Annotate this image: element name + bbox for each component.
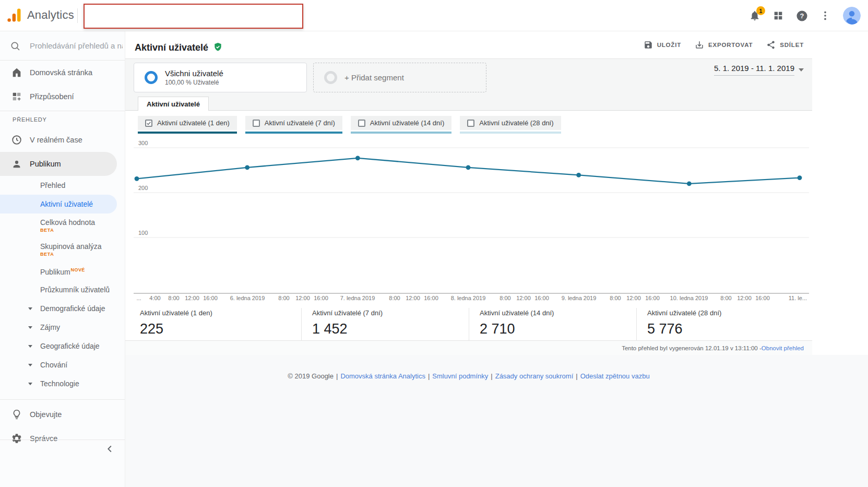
sidebar-item-audience[interactable]: Publikum <box>0 152 117 176</box>
sidebar-subitem-publikum[interactable]: PublikumNOVÉ <box>0 262 125 280</box>
sidebar-subitem-technologie[interactable]: Technologie <box>0 374 125 393</box>
refresh-report-link[interactable]: Obnovit přehled <box>762 345 804 351</box>
sidebar-subitem-aktivni-uzivatele[interactable]: Aktivní uživatelé <box>0 195 117 213</box>
data-point[interactable] <box>355 156 360 160</box>
account-selector-redacted[interactable] <box>84 4 303 29</box>
expand-arrow-icon <box>28 307 32 310</box>
chevron-down-icon <box>799 68 804 72</box>
checkbox-checked[interactable] <box>145 120 152 127</box>
export-button[interactable]: EXPORTOVAT <box>695 40 753 50</box>
analytics-logo[interactable]: Analytics <box>6 7 74 23</box>
expand-arrow-icon <box>28 326 32 329</box>
sidebar-collapse-button[interactable] <box>104 443 118 457</box>
add-segment-label: + Přidat segment <box>344 73 404 82</box>
metric-card-value: 2 710 <box>480 321 636 337</box>
gear-icon <box>11 433 22 444</box>
sidebar-subitem-label: Demografické údaje <box>40 304 112 313</box>
new-badge: NOVÉ <box>71 267 85 272</box>
person-icon <box>11 158 22 170</box>
avatar[interactable] <box>843 7 861 25</box>
footer-link-zasady-ochrany-soukromi[interactable]: Zásady ochrany soukromí <box>495 372 574 380</box>
sidebar-item-discover[interactable]: Objevujte <box>0 402 125 426</box>
sidebar-subitem-label: Chování <box>40 361 112 369</box>
beta-badge: BETA <box>40 228 117 233</box>
sidebar-subitem-label: Průzkumník uživatelů <box>40 286 112 294</box>
chart-area: 300200100...4:008:0012:0016:006. ledna 2… <box>134 139 809 302</box>
footer-link-odeslat-zpetnou-vazbu[interactable]: Odeslat zpětnou vazbu <box>580 372 650 380</box>
sidebar-subitem-prehled[interactable]: Přehled <box>0 176 125 195</box>
footer-link-smluvni-podminky[interactable]: Smluvní podmínky <box>432 372 488 380</box>
x-axis-tick: 16:00 <box>314 295 328 301</box>
sidebar-subitem-zajmy[interactable]: Zájmy <box>0 318 125 337</box>
sidebar-item-label: Správce <box>30 434 57 443</box>
footer-separator: | <box>428 372 430 380</box>
sidebar-item-label: Domovská stránka <box>30 68 92 77</box>
segment-donut-icon <box>145 71 158 84</box>
sidebar-subitem-skupinova-analyza[interactable]: Skupinová analýzaBETA <box>0 237 125 262</box>
notifications-button[interactable]: 1 <box>749 10 760 21</box>
sidebar-subitem-geograficke-udaje[interactable]: Geografické údaje <box>0 337 125 355</box>
x-axis-tick: 11. le... <box>789 295 807 301</box>
notification-count-badge: 1 <box>756 6 765 15</box>
tab-active-users[interactable]: Aktivní uživatelé <box>138 97 209 111</box>
footer-link-domovska-stranka-analytics[interactable]: Domovská stránka Analytics <box>340 372 425 380</box>
footer-separator: | <box>576 372 577 380</box>
save-button[interactable]: ULOŽIT <box>644 40 681 50</box>
x-axis-tick: 7. ledna 2019 <box>340 295 375 301</box>
x-axis-tick: 9. ledna 2019 <box>562 295 597 301</box>
x-axis-tick: 8:00 <box>278 295 289 301</box>
generated-note: Tento přehled byl vygenerován 12.01.19 v… <box>125 340 812 355</box>
sidebar-item-realtime[interactable]: V reálném čase <box>0 128 125 152</box>
data-point[interactable] <box>245 165 249 170</box>
sidebar-subitem-label: Geografické údaje <box>40 342 112 350</box>
data-point[interactable] <box>687 181 692 186</box>
footer-separator: | <box>336 372 338 380</box>
data-point[interactable] <box>135 176 139 181</box>
y-axis-tick: 300 <box>138 140 148 146</box>
x-axis-tick: 12:00 <box>185 295 199 301</box>
copyright-text: © 2019 Google <box>288 372 334 380</box>
metric-toggle-pill: Aktivní uživatelé (1 den) <box>138 116 237 130</box>
search-input[interactable] <box>30 39 123 52</box>
metric-toggle-pill: Aktivní uživatelé (7 dní) <box>245 116 342 130</box>
metric-color-underline <box>138 132 237 134</box>
segment-all-users[interactable]: Všichni uživatelé 100,00 % Uživatelé <box>134 63 307 92</box>
checkbox-unchecked[interactable] <box>253 120 260 127</box>
customization-icon <box>11 91 22 102</box>
segment-title: Všichni uživatelé <box>165 69 223 78</box>
data-point[interactable] <box>466 165 471 170</box>
x-axis-tick: ... <box>136 295 141 301</box>
sidebar-subitem-celkova-hodnota[interactable]: Celková hodnotaBETA <box>0 213 125 237</box>
metric-toggle-aktivni-uzivatele-1-den[interactable]: Aktivní uživatelé (1 den) <box>138 116 237 134</box>
share-button[interactable]: SDÍLET <box>766 40 804 50</box>
sidebar-item-label: V reálném čase <box>30 136 82 144</box>
sidebar-subitem-pruzkumnik-uzivatelu[interactable]: Průzkumník uživatelů <box>0 280 125 299</box>
add-segment-button[interactable]: + Přidat segment <box>313 63 486 92</box>
x-axis-tick: 12:00 <box>295 295 310 301</box>
sidebar-nav-reports: V reálném časePublikum <box>0 128 125 176</box>
checkbox-unchecked[interactable] <box>467 120 474 127</box>
data-point[interactable] <box>576 173 581 177</box>
report-actions: ULOŽITEXPORTOVATSDÍLET <box>644 31 804 58</box>
metric-toggle-aktivni-uzivatele-14-dni[interactable]: Aktivní uživatelé (14 dní) <box>351 116 451 134</box>
metric-toggle-aktivni-uzivatele-7-dni[interactable]: Aktivní uživatelé (7 dní) <box>245 116 342 134</box>
date-range-picker[interactable]: 5. 1. 2019 - 11. 1. 2019 <box>714 64 804 76</box>
apps-grid-button[interactable] <box>772 10 784 21</box>
sidebar-item-customization[interactable]: Přizpůsobení <box>0 85 125 109</box>
help-button[interactable]: ? <box>796 10 807 21</box>
data-point[interactable] <box>798 175 802 180</box>
apps-grid-icon <box>772 10 784 21</box>
more-menu-button[interactable] <box>819 10 831 21</box>
sidebar-item-home[interactable]: Domovská stránka <box>0 61 125 85</box>
metric-toggle-aktivni-uzivatele-28-dni[interactable]: Aktivní uživatelé (28 dní) <box>460 116 561 134</box>
main-content: Aktivní uživatelé ULOŽITEXPORTOVATSDÍLET… <box>125 31 868 487</box>
metric-card-value: 5 776 <box>647 321 804 337</box>
metric-toggle-label: Aktivní uživatelé (1 den) <box>157 119 230 127</box>
metric-color-underline <box>351 132 451 134</box>
sidebar-subitem-chovani[interactable]: Chování <box>0 355 125 374</box>
x-axis-tick: 16:00 <box>755 295 770 301</box>
sidebar-subitem-demograficke-udaje[interactable]: Demografické údaje <box>0 299 125 318</box>
x-axis-tick: 12:00 <box>516 295 531 301</box>
sidebar-subitem-label: Technologie <box>40 379 112 388</box>
checkbox-unchecked[interactable] <box>358 120 365 127</box>
